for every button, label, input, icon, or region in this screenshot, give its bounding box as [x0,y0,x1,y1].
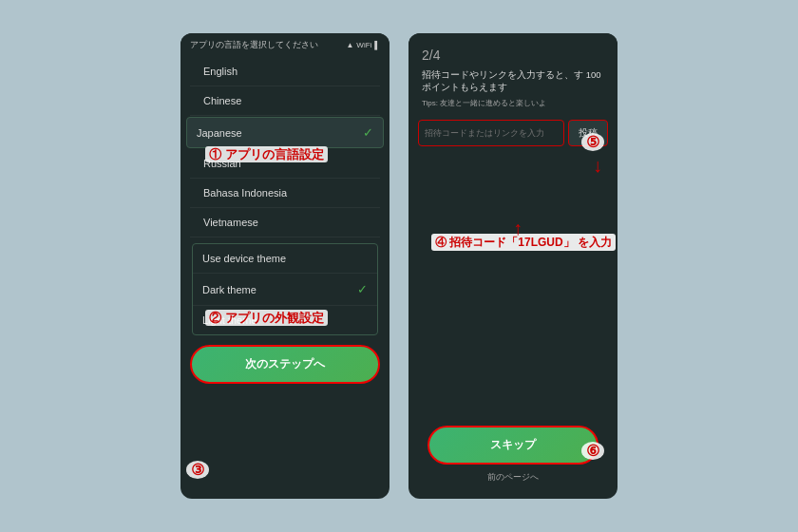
annotation-4-arrow: ↑ [513,218,522,239]
left-phone: アプリの言語を選択してください ▲ WiFi ▌ English Chinese… [180,33,390,499]
annotation-6: ⑥ [581,442,604,460]
step-number: 2/4 [422,43,604,65]
signal-icon: ▲ [346,41,353,49]
next-button[interactable]: 次のステップへ [190,345,380,384]
status-bar-left: アプリの言語を選択してください ▲ WiFi ▌ [180,33,390,57]
lang-chinese[interactable]: Chinese [190,86,380,116]
theme-dark[interactable]: Dark theme ✓ [193,274,377,306]
main-container: アプリの言語を選択してください ▲ WiFi ▌ English Chinese… [180,33,618,499]
annotation-4: ④ 招待コード「17LGUD」 を入力 [431,233,616,251]
lang-bahasa[interactable]: Bahasa Indonesia [190,179,380,208]
rp-header: 2/4 招待コードやリンクを入力すると、す 100ポイントもらえます Tips:… [408,33,618,112]
lang-english[interactable]: English [190,57,380,86]
theme-device[interactable]: Use device theme [193,244,377,274]
wifi-icon: WiFi [356,41,371,49]
annotation-5-arrow: ↓ [593,155,602,177]
invite-code-input[interactable] [418,120,564,146]
prev-link[interactable]: 前のページへ [408,471,618,484]
status-title: アプリの言語を選択してください [190,39,318,51]
invite-tip: Tips: 友達と一緒に進めると楽しいよ [422,98,604,108]
invite-input-row: 投稿 [418,120,608,146]
annotation-2: ② アプリの外観設定 [205,309,328,327]
annotation-3: ③ [186,461,209,479]
lang-vietnamese[interactable]: Vietnamese [190,208,380,238]
skip-button[interactable]: スキップ [428,426,598,465]
annotation-1: ① アプリの言語設定 [205,145,328,163]
annotation-5: ⑤ [581,133,604,151]
dark-check-icon: ✓ [357,282,368,296]
status-icons: ▲ WiFi ▌ [346,41,380,49]
lang-japanese[interactable]: Japanese ✓ [186,117,384,148]
right-phone: 2/4 招待コードやリンクを入力すると、す 100ポイントもらえます Tips:… [408,33,618,499]
invite-description: 招待コードやリンクを入力すると、す 100ポイントもらえます [422,68,604,94]
battery-icon: ▌ [374,41,380,49]
check-icon: ✓ [363,125,373,140]
